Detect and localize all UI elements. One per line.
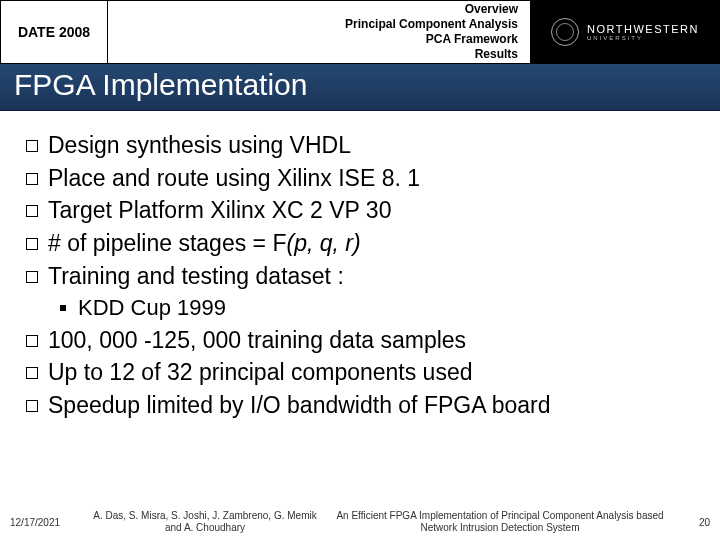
bullet-item: 100, 000 -125, 000 training data samples bbox=[20, 324, 700, 357]
bullet-item: Up to 12 of 32 principal components used bbox=[20, 356, 700, 389]
section-item: PCA Framework bbox=[426, 32, 518, 47]
slide-content: Design synthesis using VHDL Place and ro… bbox=[0, 111, 720, 421]
section-item: Results bbox=[475, 47, 518, 62]
slide-header: DATE 2008 Overview Principal Component A… bbox=[0, 0, 720, 64]
section-item: Overview bbox=[465, 2, 518, 17]
section-nav: Overview Principal Component Analysis PC… bbox=[108, 0, 530, 64]
slide-footer: 12/17/2021 A. Das, S. Misra, S. Joshi, J… bbox=[0, 510, 720, 534]
bullet-item: # of pipeline stages = F(p, q, r) bbox=[20, 227, 700, 260]
footer-date: 12/17/2021 bbox=[10, 517, 90, 528]
bullet-item: Design synthesis using VHDL bbox=[20, 129, 700, 162]
footer-paper-title: An Efficient FPGA Implementation of Prin… bbox=[320, 510, 680, 534]
seal-icon bbox=[551, 18, 579, 46]
university-name: NORTHWESTERN bbox=[587, 24, 699, 35]
bullet-item: Speedup limited by I/O bandwidth of FPGA… bbox=[20, 389, 700, 422]
bullet-item: Target Platform Xilinx XC 2 VP 30 bbox=[20, 194, 700, 227]
section-item: Principal Component Analysis bbox=[345, 17, 518, 32]
sub-bullet-item: KDD Cup 1999 bbox=[20, 292, 700, 323]
university-sub: UNIVERSITY bbox=[587, 35, 699, 41]
bullet-list: Design synthesis using VHDL Place and ro… bbox=[20, 129, 700, 421]
footer-authors: A. Das, S. Misra, S. Joshi, J. Zambreno,… bbox=[90, 510, 320, 534]
bullet-item: Training and testing dataset : bbox=[20, 260, 700, 293]
footer-page-number: 20 bbox=[680, 517, 710, 528]
slide-title: FPGA Implementation bbox=[0, 64, 720, 111]
university-logo: NORTHWESTERN UNIVERSITY bbox=[530, 0, 720, 64]
bullet-item: Place and route using Xilinx ISE 8. 1 bbox=[20, 162, 700, 195]
conference-badge: DATE 2008 bbox=[0, 0, 108, 64]
